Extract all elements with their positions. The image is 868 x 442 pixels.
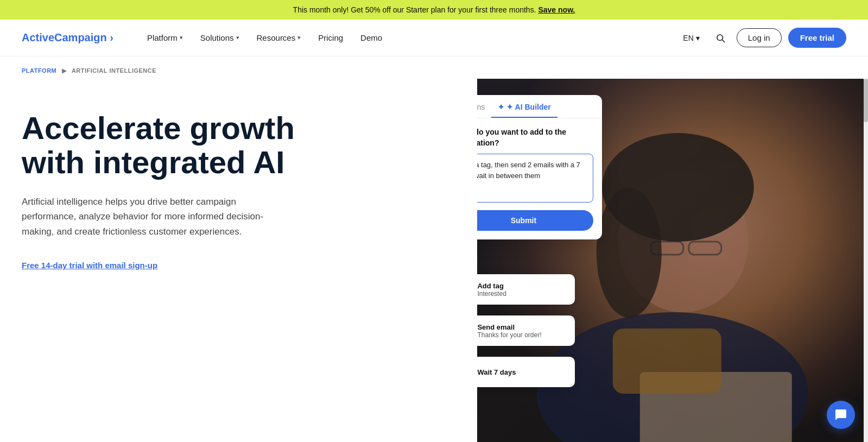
- hero-cta-link[interactable]: Free 14-day trial with email sign-up: [22, 261, 455, 270]
- chat-button[interactable]: [827, 401, 855, 429]
- nav-item-platform[interactable]: Platform ▾: [141, 29, 189, 47]
- promo-banner: This month only! Get 50% off our Starter…: [0, 0, 868, 20]
- action-items-list: Add tag Interested Send email: [477, 263, 575, 387]
- nav-item-demo[interactable]: Demo: [354, 29, 389, 47]
- hero-right: Actions ✦ ✦ AI Builder What do you want …: [477, 79, 868, 442]
- action-email-text: Send email Thanks for your order!: [477, 323, 541, 339]
- chevron-down-icon: ▾: [180, 34, 183, 41]
- hero-left: Accelerate growth with integrated AI Art…: [0, 79, 477, 442]
- breadcrumb-separator: ▶: [62, 67, 68, 74]
- nav-right: EN ▾ Log in Free trial: [679, 28, 846, 48]
- ai-card-tabs: Actions ✦ ✦ AI Builder: [477, 95, 602, 118]
- banner-text: This month only! Get 50% off our Starter…: [293, 5, 536, 14]
- hero-section: Accelerate growth with integrated AI Art…: [0, 79, 868, 442]
- breadcrumb: PLATFORM ▶ ARTIFICIAL INTELLIGENCE: [0, 56, 868, 79]
- tab-ai-builder[interactable]: ✦ ✦ AI Builder: [491, 95, 557, 118]
- nav-item-pricing[interactable]: Pricing: [312, 29, 350, 47]
- scrollbar[interactable]: [864, 79, 868, 442]
- nav-item-resources[interactable]: Resources ▾: [250, 29, 308, 47]
- ai-question: What do you want to add to the automatio…: [477, 127, 593, 148]
- hero-subtitle: Artificial intelligence helps you drive …: [22, 194, 288, 239]
- action-item-send-email[interactable]: Send email Thanks for your order!: [477, 315, 575, 346]
- tab-actions[interactable]: Actions: [477, 95, 491, 118]
- chevron-down-icon: ▾: [696, 34, 700, 42]
- language-selector[interactable]: EN ▾: [679, 30, 704, 46]
- svg-line-1: [723, 40, 725, 42]
- banner-link[interactable]: Save now.: [538, 5, 575, 14]
- breadcrumb-current: ARTIFICIAL INTELLIGENCE: [72, 67, 156, 74]
- breadcrumb-parent[interactable]: PLATFORM: [22, 67, 56, 74]
- ai-input-textarea[interactable]: Add a tag, then send 2 emails with a 7 d…: [477, 154, 593, 203]
- svg-rect-11: [613, 329, 721, 394]
- scroll-thumb[interactable]: [864, 79, 868, 122]
- action-tag-text: Add tag Interested: [477, 282, 506, 298]
- svg-point-0: [717, 35, 723, 41]
- action-item-wait[interactable]: Wait 7 days: [477, 357, 575, 387]
- ai-card-body: What do you want to add to the automatio…: [477, 118, 602, 239]
- navbar: ActiveCampaign › Platform ▾ Solutions ▾ …: [0, 20, 868, 56]
- free-trial-button[interactable]: Free trial: [788, 28, 846, 48]
- search-button[interactable]: [711, 28, 730, 48]
- logo[interactable]: ActiveCampaign ›: [22, 31, 113, 44]
- sparkle-icon: ✦: [498, 103, 506, 111]
- nav-item-solutions[interactable]: Solutions ▾: [194, 29, 246, 47]
- nav-links: Platform ▾ Solutions ▾ Resources ▾ Prici…: [141, 29, 679, 47]
- ai-builder-card: Actions ✦ ✦ AI Builder What do you want …: [477, 95, 602, 239]
- ai-submit-button[interactable]: Submit: [477, 210, 593, 231]
- chevron-down-icon: ▾: [236, 34, 239, 41]
- action-item-add-tag[interactable]: Add tag Interested: [477, 274, 575, 305]
- hero-background-image: Actions ✦ ✦ AI Builder What do you want …: [477, 79, 868, 442]
- login-button[interactable]: Log in: [737, 28, 782, 47]
- action-wait-text: Wait 7 days: [477, 368, 516, 376]
- hero-title: Accelerate growth with integrated AI: [22, 111, 304, 179]
- chevron-down-icon: ▾: [297, 34, 301, 41]
